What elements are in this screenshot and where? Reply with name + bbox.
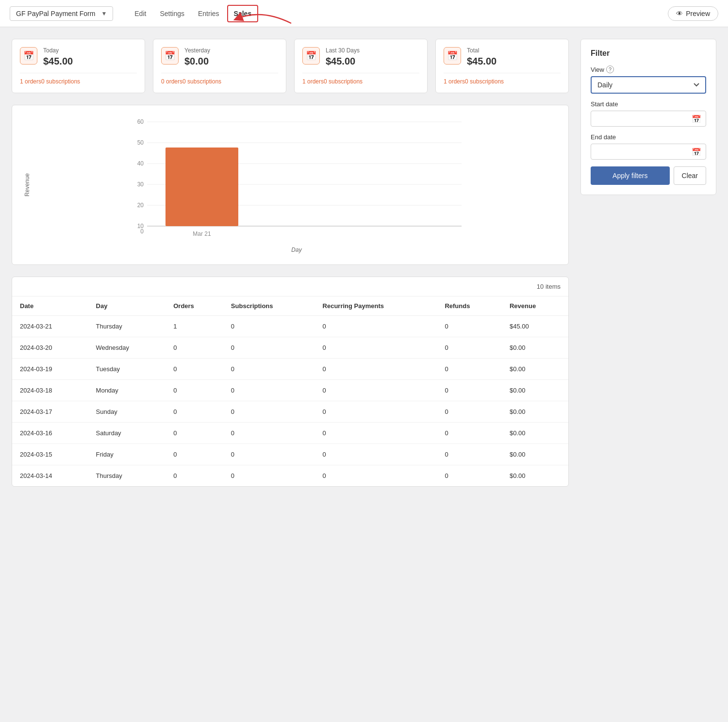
cell-recurring: 0 [315,465,437,487]
cell-day: Friday [88,444,166,465]
cell-day: Wednesday [88,337,166,359]
svg-text:30: 30 [137,181,144,188]
col-day: Day [88,296,166,316]
col-recurring: Recurring Payments [315,296,437,316]
end-calendar-icon[interactable]: 📅 [692,147,701,156]
cell-subscriptions: 0 [223,316,315,337]
cell-day: Thursday [88,465,166,487]
stat-total-label: Total [467,47,496,54]
stat-today: 📅 Today $45.00 1 orders0 subscriptions [12,39,145,93]
cell-revenue: $0.00 [502,359,568,380]
start-date-input[interactable] [591,111,706,127]
form-selector[interactable]: GF PayPal Payment Form ▼ [10,6,113,21]
sales-table: Date Day Orders Subscriptions Recurring … [12,296,568,486]
cell-day: Saturday [88,423,166,444]
nav-edit[interactable]: Edit [129,5,152,22]
start-date-wrapper: 📅 [591,111,706,127]
cell-subscriptions: 0 [223,444,315,465]
cell-refunds: 0 [437,465,502,487]
nav-sales[interactable]: Sales [227,5,259,22]
cell-date: 2024-03-19 [12,359,88,380]
cell-orders: 0 [165,423,223,444]
filter-title: Filter [591,49,706,58]
cell-refunds: 0 [437,444,502,465]
cell-recurring: 0 [315,316,437,337]
eye-icon: 👁 [676,10,683,17]
cell-recurring: 0 [315,359,437,380]
stat-total-footer: 1 orders0 subscriptions [444,73,561,85]
cell-revenue: $0.00 [502,337,568,359]
svg-text:40: 40 [137,160,144,167]
cell-refunds: 0 [437,316,502,337]
nav-entries[interactable]: Entries [192,5,225,22]
stat-today-label: Today [43,47,73,54]
view-label-group: View ? [591,66,706,73]
calendar-icon-last30: 📅 [302,47,320,65]
stat-today-footer: 1 orders0 subscriptions [20,73,137,85]
table-section: 10 items Date Day Orders Subscriptions R… [12,277,569,487]
cell-recurring: 0 [315,423,437,444]
calendar-icon-today: 📅 [20,47,37,65]
end-date-label: End date [591,133,706,141]
stat-last30-value: $45.00 [326,56,360,67]
stat-last30-label: Last 30 Days [326,47,360,54]
cell-recurring: 0 [315,444,437,465]
cell-revenue: $0.00 [502,465,568,487]
cell-day: Thursday [88,316,166,337]
cell-date: 2024-03-15 [12,444,88,465]
cell-date: 2024-03-21 [12,316,88,337]
filter-buttons: Apply filters Clear [591,166,706,185]
table-row: 2024-03-21 Thursday 1 0 0 0 $45.00 [12,316,568,337]
preview-button[interactable]: 👁 Preview [668,6,718,21]
cell-date: 2024-03-20 [12,337,88,359]
view-select[interactable]: Daily Weekly Monthly [591,76,706,94]
cell-revenue: $0.00 [502,444,568,465]
right-panel: Filter View ? Daily Weekly Monthly Start… [580,39,716,487]
cell-date: 2024-03-14 [12,465,88,487]
cell-orders: 0 [165,380,223,401]
cell-orders: 0 [165,359,223,380]
svg-text:0: 0 [140,228,144,235]
cell-subscriptions: 0 [223,423,315,444]
cell-subscriptions: 0 [223,401,315,423]
stat-yesterday: 📅 Yesterday $0.00 0 orders0 subscription… [153,39,286,93]
end-date-wrapper: 📅 [591,144,706,160]
filter-panel: Filter View ? Daily Weekly Monthly Start… [580,39,716,195]
cell-subscriptions: 0 [223,359,315,380]
cell-refunds: 0 [437,423,502,444]
table-meta: 10 items [12,277,568,296]
start-calendar-icon[interactable]: 📅 [692,114,701,123]
chart-svg: 60 50 40 30 20 10 0 Mar 21 [36,117,557,243]
cell-day: Monday [88,380,166,401]
help-icon[interactable]: ? [606,66,614,73]
cell-revenue: $0.00 [502,423,568,444]
cell-day: Tuesday [88,359,166,380]
main-content: 📅 Today $45.00 1 orders0 subscriptions 📅… [0,27,728,498]
stat-total: 📅 Total $45.00 1 orders0 subscriptions [435,39,569,93]
apply-filters-button[interactable]: Apply filters [591,166,670,185]
chevron-down-icon: ▼ [101,10,107,17]
cell-revenue: $0.00 [502,401,568,423]
cell-subscriptions: 0 [223,465,315,487]
x-axis-label: Day [36,246,557,253]
col-orders: Orders [165,296,223,316]
col-subscriptions: Subscriptions [223,296,315,316]
chart-body: Revenue 60 50 40 [24,117,557,253]
items-count: 10 items [537,283,561,290]
clear-filters-button[interactable]: Clear [674,166,706,185]
cell-orders: 0 [165,444,223,465]
table-row: 2024-03-15 Friday 0 0 0 0 $0.00 [12,444,568,465]
end-date-input[interactable] [591,144,706,160]
nav-links: Edit Settings Entries Sales [129,5,258,22]
nav-settings[interactable]: Settings [154,5,190,22]
table-row: 2024-03-19 Tuesday 0 0 0 0 $0.00 [12,359,568,380]
y-axis-label: Revenue [24,173,31,197]
start-date-label: Start date [591,100,706,108]
stat-last30-footer: 1 orders0 subscriptions [302,73,419,85]
cell-refunds: 0 [437,380,502,401]
cell-recurring: 0 [315,401,437,423]
cell-recurring: 0 [315,380,437,401]
left-panel: 📅 Today $45.00 1 orders0 subscriptions 📅… [12,39,569,487]
stat-yesterday-footer: 0 orders0 subscriptions [161,73,278,85]
chart-container: Revenue 60 50 40 [12,105,569,265]
